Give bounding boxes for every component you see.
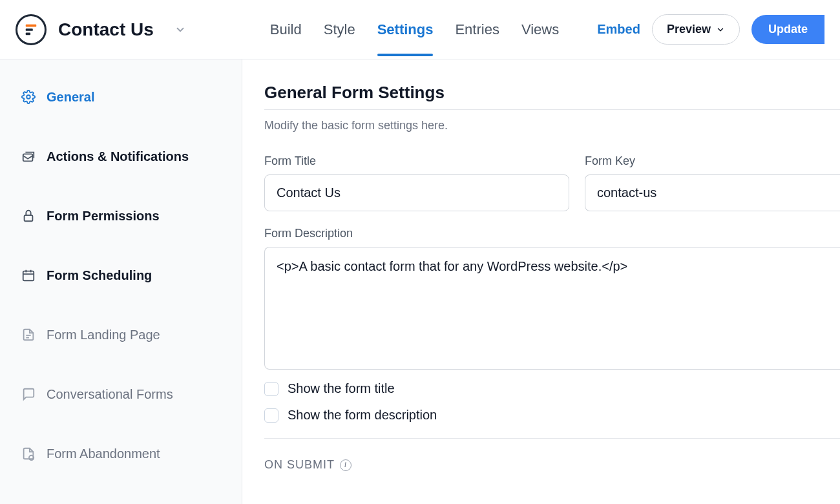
preview-button-label: Preview [667, 23, 711, 36]
sidebar-item-label: Form Permissions [47, 209, 160, 224]
main-content: General Form Settings Modify the basic f… [242, 59, 840, 504]
page-abandon-icon [21, 446, 36, 461]
form-description-label: Form Description [264, 227, 840, 240]
form-description-textarea[interactable] [264, 247, 840, 370]
tab-entries[interactable]: Entries [455, 17, 499, 42]
header-actions: Embed Preview Update [597, 14, 824, 45]
sidebar-item-label: General [47, 90, 94, 105]
sidebar-item-label: Form Landing Page [47, 328, 160, 342]
show-form-description-row: Show the form description [264, 408, 840, 423]
show-form-title-row: Show the form title [264, 381, 840, 396]
form-title-label: Form Title [264, 154, 569, 168]
info-icon[interactable]: i [340, 459, 352, 471]
chevron-down-icon [716, 25, 725, 34]
sidebar-item-conversational-forms[interactable]: Conversational Forms [0, 377, 242, 411]
sidebar-item-form-scheduling[interactable]: Form Scheduling [0, 258, 242, 292]
tab-build[interactable]: Build [270, 17, 302, 42]
svg-rect-6 [23, 271, 34, 281]
sidebar-item-actions-notifications[interactable]: Actions & Notifications [0, 140, 242, 173]
divider [264, 438, 840, 439]
on-submit-label: ON SUBMIT [264, 458, 335, 472]
sidebar-item-form-landing-page[interactable]: Form Landing Page [0, 318, 242, 352]
form-key-input[interactable] [585, 174, 840, 211]
form-description-field: Form Description [264, 227, 840, 370]
show-form-title-label: Show the form title [288, 381, 395, 396]
section-title: General Form Settings [264, 83, 840, 103]
section-description: Modify the basic form settings here. [264, 119, 840, 132]
tab-views[interactable]: Views [521, 17, 559, 42]
svg-point-3 [26, 95, 30, 99]
sidebar-item-label: Form Abandonment [47, 446, 160, 461]
tab-style[interactable]: Style [324, 17, 355, 42]
logo-and-title: Contact Us [16, 14, 186, 45]
update-button[interactable]: Update [751, 15, 824, 44]
svg-rect-2 [26, 32, 30, 35]
svg-rect-5 [25, 215, 33, 221]
calendar-icon [21, 268, 36, 283]
main-tabs: Build Style Settings Entries Views [270, 0, 559, 59]
form-key-label: Form Key [585, 154, 840, 168]
svg-rect-4 [23, 154, 33, 161]
tab-settings[interactable]: Settings [377, 17, 434, 42]
embed-link[interactable]: Embed [597, 22, 640, 37]
svg-rect-0 [26, 24, 37, 26]
sidebar-item-label: Actions & Notifications [47, 149, 189, 164]
page-title: Contact Us [58, 19, 154, 40]
lock-icon [21, 208, 36, 224]
sidebar-item-label: Conversational Forms [47, 387, 173, 402]
form-title-input[interactable] [264, 174, 569, 211]
svg-rect-1 [26, 28, 33, 31]
settings-sidebar: General Actions & Notifications Form Per… [0, 59, 242, 504]
envelope-stack-icon [21, 149, 36, 164]
app-logo-icon [16, 14, 47, 45]
chat-icon [21, 386, 36, 402]
show-form-description-checkbox[interactable] [264, 408, 278, 423]
form-title-field: Form Title [264, 154, 569, 211]
sidebar-item-label: Form Scheduling [47, 268, 152, 283]
form-key-field: Form Key [585, 154, 840, 211]
title-dropdown-caret-icon[interactable] [174, 24, 186, 36]
sidebar-item-customize-html[interactable]: Customize HTML [0, 496, 242, 504]
sidebar-item-form-abandonment[interactable]: Form Abandonment [0, 437, 242, 470]
show-form-title-checkbox[interactable] [264, 382, 278, 396]
header-bar: Contact Us Build Style Settings Entries … [0, 0, 840, 59]
on-submit-heading: ON SUBMIT i [264, 458, 840, 472]
sidebar-item-form-permissions[interactable]: Form Permissions [0, 199, 242, 233]
gear-icon [21, 89, 36, 105]
sidebar-item-general[interactable]: General [0, 80, 242, 114]
page-icon [21, 327, 36, 342]
preview-button[interactable]: Preview [652, 14, 740, 45]
divider [264, 109, 840, 110]
show-form-description-label: Show the form description [288, 408, 437, 423]
